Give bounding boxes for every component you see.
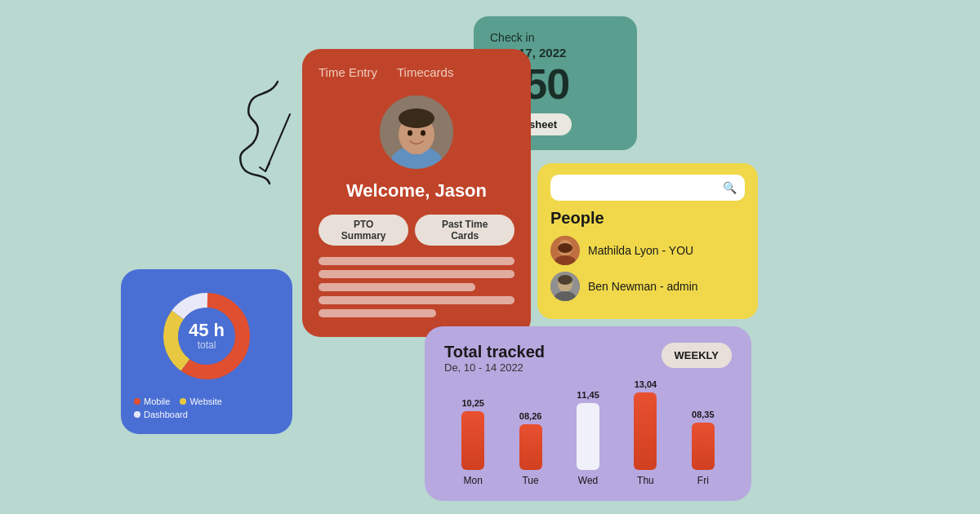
bar-value-mon: 10,25 [461,398,484,408]
person-item-ben: Ben Newman - admin [550,272,745,301]
avatar-container [318,95,514,169]
bar-col-tue: 08,26Tue [501,411,559,486]
bar-col-fri: 08,35Fri [675,410,732,486]
welcome-text: Welcome, Jason [318,180,514,202]
person-name-ben: Ben Newman - admin [588,280,698,293]
people-search-input[interactable] [550,175,745,201]
bar-fill-wed [577,403,599,470]
people-card: 🔍 People Mathilda Lyon - YOU Ben Newman … [537,163,758,319]
person-name-mathilda: Mathilda Lyon - YOU [588,244,693,257]
svg-point-13 [558,275,572,285]
bar-fill-thu [634,392,657,470]
svg-point-6 [421,131,425,136]
weekly-button[interactable]: WEEKLY [662,343,732,368]
legend-label-website: Website [189,397,222,406]
legend-label-dashboard: Dashboard [144,410,188,419]
bar-track-mon [461,411,484,470]
legend-label-mobile: Mobile [144,397,170,406]
bar-col-mon: 10,25Mon [444,398,501,486]
legend-dot-mobile [134,398,140,405]
bar-track-thu [634,392,657,470]
svg-point-4 [399,109,434,128]
bar-chart-title: Total tracked [444,343,545,361]
svg-point-9 [558,243,572,253]
content-line-5 [318,309,436,317]
user-avatar [380,95,453,169]
bar-track-tue [519,424,542,470]
bar-value-thu: 13,04 [635,379,657,389]
scribble-decoration [220,73,310,191]
content-lines [318,257,514,317]
legend-dot-website [180,398,186,405]
donut-legend: Mobile Website Dashboard [134,397,279,419]
bar-day-thu: Thu [637,475,654,486]
checkin-label: Check in [490,31,621,44]
person-avatar-ben [550,272,580,301]
content-line-1 [318,257,514,265]
bar-day-fri: Fri [697,475,709,486]
bar-col-thu: 13,04Thu [617,379,674,486]
bar-col-wed: 11,45Wed [559,390,617,486]
bar-fill-tue [519,424,542,470]
bar-day-wed: Wed [578,475,598,486]
pto-summary-tab[interactable]: PTO Summary [318,215,408,246]
main-card: Time Entry Timecards Welcome, Jason [302,49,531,337]
search-wrapper: 🔍 [550,175,745,201]
people-title: People [550,209,745,228]
tab-time-entry[interactable]: Time Entry [318,65,377,79]
content-line-3 [318,283,475,291]
bars-container: 10,25Mon08,26Tue11,45Wed13,04Thu08,35Fri [444,388,732,486]
bar-header: Total tracked De, 10 - 14 2022 WEEKLY [444,343,732,374]
donut-hours: 45 h [189,321,225,339]
bar-chart-card: Total tracked De, 10 - 14 2022 WEEKLY 10… [425,326,751,501]
bar-fill-fri [692,423,715,470]
pto-tabs: PTO Summary Past Time Cards [318,215,514,246]
svg-point-5 [408,131,412,136]
bar-chart-subtitle: De, 10 - 14 2022 [444,361,545,374]
past-time-cards-tab[interactable]: Past Time Cards [415,215,514,246]
bar-fill-mon [461,411,484,470]
main-tabs: Time Entry Timecards [318,65,514,79]
bar-track-wed [577,403,599,470]
person-item-mathilda: Mathilda Lyon - YOU [550,236,745,265]
bar-day-tue: Tue [522,475,538,486]
donut-total-label: total [189,339,225,351]
donut-card: 45 h total Mobile Website Dashboard [121,269,292,434]
bar-value-tue: 08,26 [519,411,542,421]
bar-day-mon: Mon [464,475,483,486]
donut-center-text: 45 h total [189,321,225,351]
bar-value-fri: 08,35 [692,410,715,419]
donut-wrapper: 45 h total [134,287,279,385]
search-icon: 🔍 [723,181,737,194]
content-line-2 [318,270,514,278]
person-avatar-mathilda [550,236,580,265]
bar-value-wed: 11,45 [577,390,599,400]
bar-track-fri [692,423,715,470]
tab-timecards[interactable]: Timecards [397,65,453,79]
legend-mobile: Mobile [134,397,170,406]
content-line-4 [318,296,514,304]
bar-title-group: Total tracked De, 10 - 14 2022 [444,343,545,374]
legend-website: Website [180,397,222,406]
legend-dot-dashboard [134,411,140,418]
legend-dashboard: Dashboard [134,410,188,419]
